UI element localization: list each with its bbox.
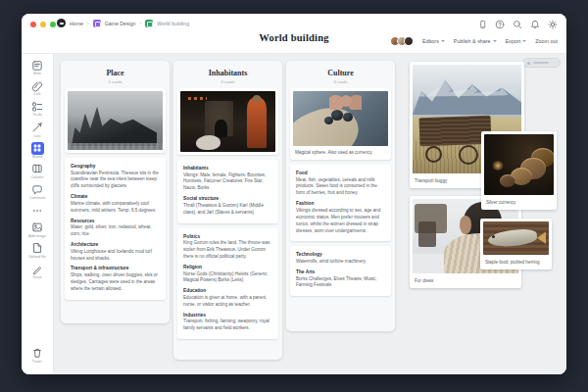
settings-icon[interactable] xyxy=(548,20,558,29)
tool-todo[interactable]: To-do xyxy=(31,100,44,118)
project-icon[interactable] xyxy=(93,20,101,27)
comment-icon xyxy=(31,183,44,196)
breadcrumb-home[interactable]: Home xyxy=(70,21,83,26)
section-body: Marine climate, with comparatively cool … xyxy=(71,201,160,215)
column-inhabitants[interactable]: Inhabitants 3 cards InhabitantsVikings: … xyxy=(173,61,282,360)
section-heading: Architecture xyxy=(71,242,160,247)
section-body: Water, gold, silver, iron, redwood, whea… xyxy=(71,224,160,238)
column-card-count: 3 cards xyxy=(290,79,391,84)
zoom-out-button[interactable]: Zoom out xyxy=(535,38,558,44)
section-body: Vikings: Male, female, Fighters: Bountie… xyxy=(183,172,272,193)
note-card[interactable]: PoliticsKing Gozum rules the land. The t… xyxy=(177,228,278,339)
column-card-count: 3 cards xyxy=(177,79,278,84)
image-card-pickled-herring[interactable]: Staple food: pickled herring xyxy=(480,219,552,270)
board-tool-icon xyxy=(31,142,44,155)
section-heading: Politics xyxy=(183,234,272,239)
help-icon[interactable] xyxy=(495,20,505,29)
section-body: Scandinavian Peninsula. Theseus sits in … xyxy=(71,171,160,191)
section-heading: Education xyxy=(183,288,272,293)
section-body: Meat, fish, vegetables, cereals and milk… xyxy=(296,177,385,198)
maximize-button[interactable] xyxy=(50,22,56,27)
section-body: Viking Longhouse and Icelandic mud turf … xyxy=(71,249,160,263)
section-heading: Resources xyxy=(71,219,160,223)
villagers-photo xyxy=(180,91,275,152)
editors-menu-label: Editors xyxy=(422,38,439,44)
tool-link[interactable]: Link xyxy=(31,79,44,97)
pen-icon xyxy=(31,263,44,275)
close-button[interactable] xyxy=(30,22,36,27)
tool-comment[interactable]: Comment xyxy=(29,183,45,201)
section-heading: Religion xyxy=(183,265,272,270)
section-heading: Geography xyxy=(71,164,160,169)
milanote-logo[interactable] xyxy=(57,19,66,27)
board-canvas[interactable]: Place 2 cards GeographyScandinavian Peni… xyxy=(54,54,566,374)
tool-note[interactable]: Note xyxy=(31,59,44,76)
file-icon xyxy=(30,242,43,255)
tool-sidebar: Note Link To-do Line Board xyxy=(22,54,54,374)
section-body: Education is given at home, with a paren… xyxy=(183,295,272,309)
breadcrumb-board[interactable]: World building xyxy=(157,21,189,26)
tool-line[interactable]: Line xyxy=(31,122,44,139)
note-card[interactable]: GeographyScandinavian Peninsula. Theseus… xyxy=(65,158,166,300)
bar-icon xyxy=(533,62,549,64)
tool-column[interactable]: Column xyxy=(30,163,43,180)
image-caption: Silver currency xyxy=(484,195,554,207)
image-card[interactable]: Magical sphere. Also used as currency. xyxy=(290,88,391,160)
section-body: Borks Challenges, Elves Theatre, Music, … xyxy=(296,276,385,290)
section-heading: The Arts xyxy=(296,270,385,274)
board-icon[interactable] xyxy=(145,20,153,27)
column-header: Place 2 cards xyxy=(65,65,166,88)
column-title: Culture xyxy=(290,69,391,77)
section-body: Transport, fishing, farming, weaponry, r… xyxy=(183,318,272,332)
tool-add-image[interactable]: Add image xyxy=(28,221,46,239)
image-caption: Magical sphere. Also used as currency. xyxy=(293,146,388,157)
trash-tool[interactable]: Trash xyxy=(22,347,52,365)
column-place[interactable]: Place 2 cards GeographyScandinavian Peni… xyxy=(61,61,170,323)
trash-icon xyxy=(30,347,43,360)
todo-icon xyxy=(31,100,44,113)
image-caption: Fur dress xyxy=(413,273,518,285)
column-header: Culture 3 cards xyxy=(290,65,391,88)
column-culture[interactable]: Culture 3 cards Magical sphere. Also use… xyxy=(286,61,395,331)
header-menu-row: Editors Publish & share Export Zoom out xyxy=(390,36,558,46)
section-body: Vikings dressed according to sex, age an… xyxy=(296,208,385,235)
export-label: Export xyxy=(506,38,521,44)
note-card[interactable]: TechnologyWatermills, wind turbine machi… xyxy=(290,246,391,296)
note-card[interactable]: InhabitantsVikings: Male, female, Fighte… xyxy=(177,160,278,223)
dot-icon xyxy=(527,62,530,65)
mobile-app-icon[interactable] xyxy=(478,20,487,29)
section-heading: Social structure xyxy=(183,196,272,201)
minimize-button[interactable] xyxy=(40,22,46,27)
canvas-widget-pill[interactable] xyxy=(522,58,561,68)
breadcrumb-project[interactable]: Game Design xyxy=(105,21,136,26)
image-card-silver-currency[interactable]: Silver currency xyxy=(481,131,557,210)
tool-upload-file[interactable]: Upload file xyxy=(28,242,46,260)
column-header: Inhabitants 3 cards xyxy=(177,65,278,88)
editor-avatars[interactable] xyxy=(390,36,414,46)
image-card[interactable] xyxy=(65,88,166,153)
shipwreck-photo xyxy=(68,91,163,150)
image-card[interactable] xyxy=(177,88,278,155)
column-title: Inhabitants xyxy=(177,69,278,77)
section-heading: Food xyxy=(296,171,385,175)
breadcrumb: Home › Game Design › World building xyxy=(57,19,189,27)
tool-more[interactable] xyxy=(31,204,44,218)
section-heading: Technology xyxy=(296,252,385,257)
section-body: King Gozum rules the land. The throne wa… xyxy=(183,240,272,261)
chevron-right-icon: › xyxy=(139,21,141,26)
note-icon xyxy=(31,59,44,72)
glove-spheres-photo xyxy=(293,91,388,146)
search-icon[interactable] xyxy=(513,20,522,29)
publish-share-menu[interactable]: Publish & share xyxy=(454,38,497,44)
title-bar: Home › Game Design › World building Worl… xyxy=(22,14,566,54)
tool-board-active[interactable]: Board xyxy=(31,142,44,160)
note-card[interactable]: FoodMeat, fish, vegetables, cereals and … xyxy=(290,165,391,241)
screen: Home › Game Design › World building Worl… xyxy=(0,0,588,392)
tool-draw[interactable]: Draw xyxy=(31,263,44,280)
coins-photo xyxy=(484,134,554,195)
notifications-icon[interactable] xyxy=(530,20,540,29)
section-heading: Inhabitants xyxy=(183,166,272,171)
chevron-right-icon: › xyxy=(87,21,89,26)
export-menu[interactable]: Export xyxy=(506,38,527,44)
editors-menu[interactable]: Editors xyxy=(422,38,445,44)
